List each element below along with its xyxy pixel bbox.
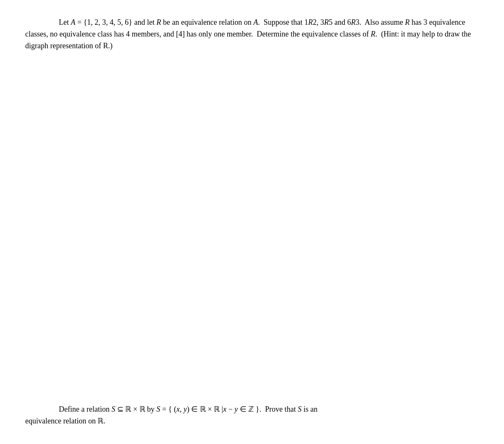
problem-2-second-line: equivalence relation on ℝ. bbox=[25, 415, 479, 427]
problem-2: Define a relation S ⊆ ℝ × ℝ by S = { (x,… bbox=[25, 404, 479, 427]
problem-2-first-line: Define a relation S ⊆ ℝ × ℝ by S = { (x,… bbox=[25, 404, 479, 415]
page-content: Let A = {1, 2, 3, 4, 5, 6} and let R be … bbox=[25, 17, 479, 427]
problem-1-paragraph: Let A = {1, 2, 3, 4, 5, 6} and let R be … bbox=[25, 17, 479, 52]
problem-1: Let A = {1, 2, 3, 4, 5, 6} and let R be … bbox=[25, 17, 479, 52]
